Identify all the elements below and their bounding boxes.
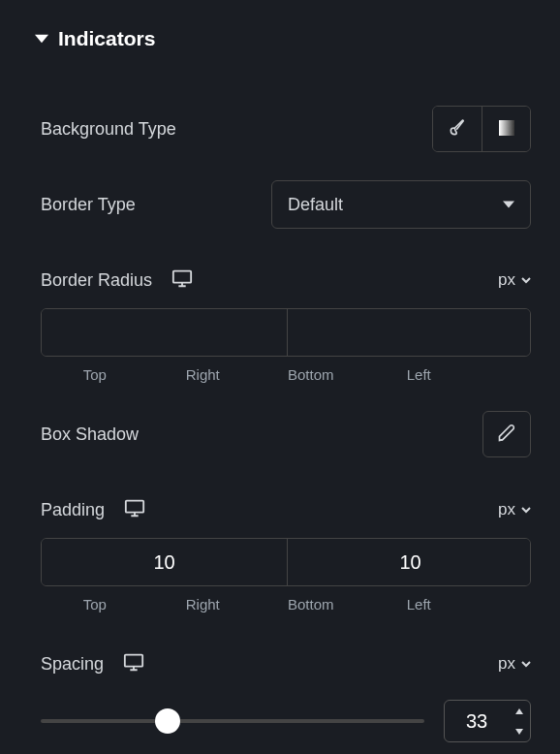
desktop-icon[interactable]	[123, 652, 144, 676]
spacing-unit: px	[498, 654, 515, 674]
box-shadow-edit-button[interactable]	[482, 411, 531, 457]
background-classic-button[interactable]	[433, 107, 482, 151]
box-shadow-label: Box Shadow	[41, 424, 139, 445]
border-radius-inputs	[41, 308, 531, 357]
border-type-value: Default	[288, 195, 343, 215]
padding-side-labels: Top Right Bottom Left	[41, 596, 531, 613]
section-title: Indicators	[58, 27, 155, 50]
svg-rect-0	[499, 120, 514, 136]
border-radius-right-input[interactable]	[288, 309, 531, 356]
caret-down-icon	[35, 27, 48, 50]
label-right: Right	[149, 366, 258, 383]
label-top: Top	[41, 366, 149, 383]
label-right: Right	[149, 596, 258, 613]
slider-thumb[interactable]	[155, 708, 180, 734]
background-type-choices	[432, 106, 531, 152]
label-bottom: Bottom	[257, 366, 365, 383]
padding-right-input[interactable]	[288, 539, 531, 585]
spacing-number-input	[444, 700, 531, 742]
background-type-label: Background Type	[41, 119, 176, 140]
stepper-down-button[interactable]	[509, 721, 530, 741]
padding-label: Padding	[41, 500, 105, 520]
svg-rect-3	[125, 654, 142, 666]
border-radius-unit: px	[498, 270, 515, 290]
border-type-row: Border Type Default	[41, 180, 531, 229]
spacing-unit-select[interactable]: px	[498, 654, 531, 674]
caret-down-icon	[503, 195, 514, 215]
padding-unit-select[interactable]: px	[498, 500, 531, 519]
spacing-label: Spacing	[41, 654, 104, 675]
desktop-icon[interactable]	[124, 498, 145, 522]
section-header-indicators[interactable]: Indicators	[35, 17, 531, 60]
stepper-up-button[interactable]	[509, 701, 530, 721]
spacing-slider[interactable]	[41, 719, 424, 723]
padding-top-input[interactable]	[42, 539, 288, 585]
border-radius-top-input[interactable]	[42, 309, 288, 356]
gradient-icon	[497, 118, 516, 141]
spacing-header: Spacing px	[41, 640, 531, 688]
border-radius-side-labels: Top Right Bottom Left	[41, 366, 531, 383]
spacing-slider-row	[41, 700, 531, 742]
pencil-icon	[497, 424, 516, 446]
border-radius-label: Border Radius	[41, 270, 152, 291]
label-left: Left	[365, 596, 474, 613]
spacing-value-field[interactable]	[445, 710, 509, 733]
background-type-row: Background Type	[41, 105, 531, 153]
padding-unit: px	[498, 500, 515, 519]
label-top: Top	[41, 596, 149, 613]
border-type-select[interactable]: Default	[271, 180, 531, 229]
padding-inputs	[41, 538, 531, 586]
svg-rect-1	[173, 270, 191, 282]
background-gradient-button[interactable]	[482, 107, 530, 151]
label-bottom: Bottom	[257, 596, 365, 613]
padding-header: Padding px	[41, 486, 531, 534]
border-type-label: Border Type	[41, 195, 136, 215]
box-shadow-row: Box Shadow	[41, 410, 531, 458]
border-radius-header: Border Radius px	[41, 256, 531, 304]
desktop-icon[interactable]	[171, 268, 193, 293]
label-left: Left	[365, 366, 474, 383]
border-radius-unit-select[interactable]: px	[498, 270, 531, 290]
svg-rect-2	[126, 500, 143, 512]
spacing-stepper	[509, 701, 530, 741]
brush-icon	[448, 118, 467, 141]
